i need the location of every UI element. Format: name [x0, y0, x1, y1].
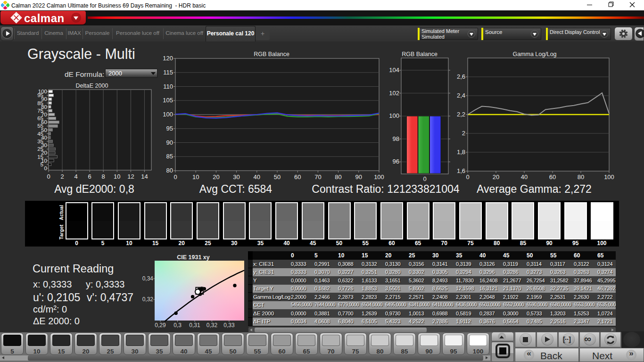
svg-text:0,29: 0,29: [155, 322, 166, 329]
svg-text:60: 60: [294, 173, 301, 181]
svg-text:90: 90: [355, 173, 362, 181]
svg-text:100: 100: [389, 112, 399, 119]
svg-text:RGB Balance: RGB Balance: [254, 51, 289, 58]
svg-text:2: 2: [462, 130, 465, 137]
svg-text:30: 30: [233, 173, 239, 181]
svg-text:10: 10: [114, 173, 120, 180]
svg-text:60: 60: [549, 173, 556, 181]
svg-text:12: 12: [127, 173, 134, 180]
svg-text:96: 96: [393, 158, 399, 165]
svg-text:85: 85: [166, 153, 173, 160]
svg-text:100: 100: [163, 111, 173, 118]
svg-text:80: 80: [335, 173, 341, 181]
svg-text:0,33: 0,33: [223, 322, 235, 329]
svg-text:2,6: 2,6: [457, 73, 465, 80]
svg-text:95: 95: [166, 125, 173, 132]
svg-text:40: 40: [521, 173, 528, 181]
svg-text:2: 2: [60, 173, 64, 180]
svg-text:0,32: 0,32: [206, 322, 218, 329]
svg-text:120: 120: [163, 55, 173, 62]
svg-text:102: 102: [389, 90, 399, 97]
svg-text:40: 40: [254, 173, 260, 181]
svg-text:14: 14: [141, 173, 148, 180]
svg-text:0,32: 0,32: [142, 296, 154, 303]
svg-text:105: 105: [163, 97, 173, 104]
svg-text:90: 90: [166, 139, 173, 146]
svg-text:20: 20: [493, 173, 499, 181]
svg-text:Gamma Log/Log: Gamma Log/Log: [512, 51, 556, 58]
svg-text:50: 50: [274, 173, 281, 181]
svg-text:115: 115: [163, 69, 173, 76]
svg-text:100: 100: [374, 173, 384, 181]
svg-text:8: 8: [102, 173, 105, 180]
svg-text:RGB Balance: RGB Balance: [402, 51, 438, 58]
svg-text:110: 110: [163, 83, 173, 90]
svg-text:100: 100: [38, 89, 47, 94]
svg-text:80: 80: [578, 173, 584, 181]
svg-text:70: 70: [314, 173, 321, 181]
svg-text:80: 80: [166, 167, 173, 174]
svg-text:0,34: 0,34: [142, 275, 154, 282]
svg-text:0: 0: [423, 175, 426, 182]
svg-text:0,3: 0,3: [173, 322, 182, 329]
svg-text:1,6: 1,6: [457, 167, 465, 174]
svg-text:2,2: 2,2: [457, 111, 465, 118]
svg-text:2,4: 2,4: [457, 92, 465, 99]
svg-text:104: 104: [389, 66, 399, 74]
svg-text:10: 10: [192, 173, 199, 181]
svg-text:98: 98: [393, 135, 399, 142]
svg-text:100: 100: [604, 173, 614, 181]
svg-text:4: 4: [74, 173, 77, 180]
svg-text:0: 0: [466, 173, 469, 181]
svg-text:0: 0: [173, 173, 177, 181]
svg-text:0: 0: [47, 173, 50, 180]
svg-text:0,31: 0,31: [189, 322, 200, 329]
svg-text:DeltaE 2000: DeltaE 2000: [76, 82, 108, 89]
svg-text:20: 20: [213, 173, 219, 181]
svg-text:6: 6: [88, 173, 91, 180]
svg-text:CIE 1931 xy: CIE 1931 xy: [177, 254, 210, 261]
svg-text:1,8: 1,8: [457, 148, 465, 156]
